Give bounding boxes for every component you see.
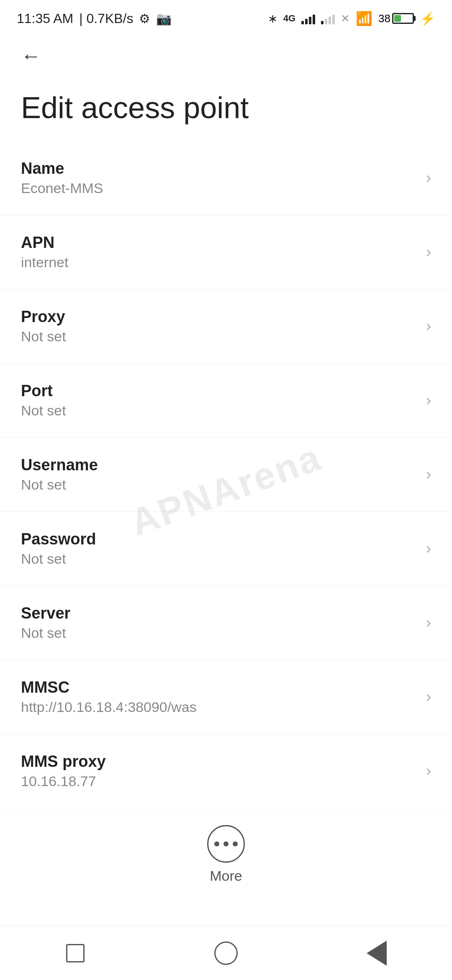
settings-item-port[interactable]: Port Not set › xyxy=(0,364,452,438)
settings-item-username-content: Username Not set xyxy=(21,456,418,493)
dot-2 xyxy=(223,841,229,846)
charging-icon: ⚡ xyxy=(420,11,435,26)
chevron-icon-proxy: › xyxy=(426,317,431,335)
settings-item-password-content: Password Not set xyxy=(21,530,418,567)
bar3 xyxy=(329,17,331,24)
back-arrow-icon: ← xyxy=(21,45,41,67)
home-icon xyxy=(214,941,238,965)
bar2 xyxy=(305,19,308,24)
back-button[interactable]: ← xyxy=(17,42,45,70)
bar1 xyxy=(301,21,304,24)
settings-item-name-content: Name Econet-MMS xyxy=(21,160,418,196)
back-icon xyxy=(367,941,387,966)
chevron-icon-mms-proxy: › xyxy=(426,762,431,780)
settings-item-server[interactable]: Server Not set › xyxy=(0,586,452,660)
wifi-icon: 📶 xyxy=(356,10,372,26)
bottom-nav xyxy=(0,926,452,980)
dot-3 xyxy=(233,841,238,846)
chevron-icon-password: › xyxy=(426,540,431,557)
battery-container: 38 xyxy=(378,12,414,25)
settings-label-proxy: Proxy xyxy=(21,308,418,326)
network-4g-icon: 4G xyxy=(283,13,295,24)
settings-label-name: Name xyxy=(21,160,418,178)
chevron-icon-port: › xyxy=(426,392,431,409)
no-signal-icon: ✕ xyxy=(341,12,350,25)
dot-1 xyxy=(214,841,219,846)
nav-recents-button[interactable] xyxy=(54,939,96,968)
settings-label-password: Password xyxy=(21,530,418,548)
chevron-icon-name: › xyxy=(426,169,431,187)
settings-label-mmsc: MMSC xyxy=(21,678,418,696)
top-nav: ← xyxy=(0,34,452,79)
more-button[interactable] xyxy=(207,825,245,863)
settings-value-name: Econet-MMS xyxy=(21,180,418,196)
battery-fill xyxy=(394,15,401,22)
settings-label-mms-proxy: MMS proxy xyxy=(21,753,418,771)
settings-item-server-content: Server Not set xyxy=(21,604,418,641)
settings-value-mmsc: http://10.16.18.4:38090/was xyxy=(21,699,418,715)
settings-list: Name Econet-MMS › APN internet › Proxy N… xyxy=(0,141,452,808)
settings-item-password[interactable]: Password Not set › xyxy=(0,512,452,586)
settings-item-name[interactable]: Name Econet-MMS › xyxy=(0,141,452,215)
more-button-container: More xyxy=(0,808,452,897)
settings-item-mmsc[interactable]: MMSC http://10.16.18.4:38090/was › xyxy=(0,660,452,734)
chevron-icon-username: › xyxy=(426,466,431,483)
battery-icon xyxy=(392,13,414,24)
status-right: ∗ 4G ✕ 📶 38 ⚡ xyxy=(268,10,435,26)
more-label: More xyxy=(210,868,242,884)
settings-value-password: Not set xyxy=(21,551,418,567)
settings-label-server: Server xyxy=(21,604,418,622)
settings-item-proxy-content: Proxy Not set xyxy=(21,308,418,345)
settings-item-username[interactable]: Username Not set › xyxy=(0,438,452,512)
settings-item-proxy[interactable]: Proxy Not set › xyxy=(0,289,452,364)
bar2 xyxy=(325,19,327,24)
more-dots-icon xyxy=(214,841,238,846)
page-title: Edit access point xyxy=(0,79,452,141)
bar4 xyxy=(332,15,335,24)
status-left: 11:35 AM | 0.7KB/s ⚙ 📷 xyxy=(17,11,172,26)
camera-icon: 📷 xyxy=(156,11,172,26)
settings-value-apn: internet xyxy=(21,254,418,271)
nav-back-button[interactable] xyxy=(356,939,398,968)
settings-value-server: Not set xyxy=(21,625,418,641)
settings-item-mms-proxy[interactable]: MMS proxy 10.16.18.77 › xyxy=(0,734,452,808)
chevron-icon-apn: › xyxy=(426,243,431,261)
settings-value-proxy: Not set xyxy=(21,328,418,345)
bar3 xyxy=(309,17,311,24)
settings-label-apn: APN xyxy=(21,234,418,252)
settings-item-apn-content: APN internet xyxy=(21,234,418,271)
bar4 xyxy=(313,15,315,24)
nav-home-button[interactable] xyxy=(205,939,247,968)
time-display: 11:35 AM xyxy=(17,11,73,26)
settings-icon: ⚙ xyxy=(139,11,150,26)
settings-item-port-content: Port Not set xyxy=(21,382,418,419)
battery-percent: 38 xyxy=(378,12,390,25)
settings-item-apn[interactable]: APN internet › xyxy=(0,215,452,289)
settings-item-mmsc-content: MMSC http://10.16.18.4:38090/was xyxy=(21,678,418,715)
chevron-icon-server: › xyxy=(426,614,431,632)
settings-label-port: Port xyxy=(21,382,418,400)
settings-value-username: Not set xyxy=(21,477,418,493)
speed-display: | 0.7KB/s xyxy=(79,11,133,26)
status-bar: 11:35 AM | 0.7KB/s ⚙ 📷 ∗ 4G ✕ 📶 38 ⚡ xyxy=(0,0,452,34)
settings-label-username: Username xyxy=(21,456,418,474)
signal-bars-2 xyxy=(321,13,335,24)
chevron-icon-mmsc: › xyxy=(426,688,431,706)
signal-bars-1 xyxy=(301,13,315,24)
recents-icon xyxy=(66,944,85,962)
settings-value-mms-proxy: 10.16.18.77 xyxy=(21,773,418,789)
settings-item-mms-proxy-content: MMS proxy 10.16.18.77 xyxy=(21,753,418,789)
bar1 xyxy=(321,21,324,24)
bluetooth-icon: ∗ xyxy=(268,12,277,26)
settings-value-port: Not set xyxy=(21,402,418,419)
